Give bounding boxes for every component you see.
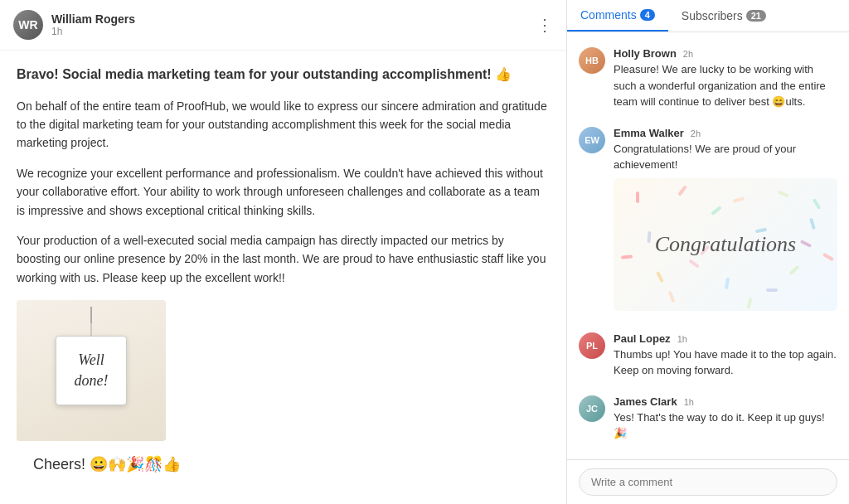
post-content: Bravo! Social media marketing team for y… bbox=[0, 51, 566, 503]
post-header-left: WR William Rogers 1h bbox=[13, 10, 135, 40]
comment-body: Paul Lopez1hThumbs up! You have made it … bbox=[614, 332, 837, 379]
right-panel: Comments 4 Subscribers 21 HBHolly Brown2… bbox=[567, 0, 849, 504]
comment-avatar: HB bbox=[579, 47, 605, 74]
comment-text: Yes! That's the way to do it. Keep it up… bbox=[614, 410, 837, 442]
comment-item: EWEmma Walker2hCongratulations! We are p… bbox=[567, 119, 849, 324]
comment-body: Emma Walker2hCongratulations! We are pro… bbox=[614, 127, 837, 316]
comment-item: HBHolly Brown2hPleasure! We are lucky to… bbox=[567, 39, 849, 119]
author-info: William Rogers 1h bbox=[51, 12, 135, 37]
comment-time: 1h bbox=[684, 397, 694, 407]
comment-avatar: JC bbox=[579, 395, 605, 422]
tabs-header: Comments 4 Subscribers 21 bbox=[567, 0, 849, 32]
comment-text: Thumbs up! You have made it to the top a… bbox=[614, 346, 837, 379]
post-image: Welldone! bbox=[17, 300, 550, 441]
post-header: WR William Rogers 1h ⋮ bbox=[0, 0, 566, 51]
comment-body: James Clark1hYes! That's the way to do i… bbox=[614, 395, 837, 442]
comment-author: Holly Brown bbox=[614, 47, 677, 60]
well-done-image: Welldone! bbox=[17, 300, 166, 441]
congratulations-image: Congratulations bbox=[614, 178, 837, 311]
comment-item: PLPaul Lopez1hThumbs up! You have made i… bbox=[567, 324, 849, 387]
comment-item: JCJames Clark1hYes! That's the way to do… bbox=[567, 387, 849, 450]
comment-author: Emma Walker bbox=[614, 127, 684, 139]
comment-body: Holly Brown2hPleasure! We are lucky to b… bbox=[614, 47, 837, 110]
comment-input[interactable] bbox=[579, 468, 837, 496]
comment-author: James Clark bbox=[614, 395, 677, 408]
comment-text: Congratulations! We are proud of your ac… bbox=[614, 141, 837, 173]
post-body: On behalf of the entire team of ProofHub… bbox=[17, 97, 550, 288]
more-options-button[interactable]: ⋮ bbox=[536, 15, 553, 35]
post-panel: WR William Rogers 1h ⋮ Bravo! Social med… bbox=[0, 0, 567, 504]
comment-time: 1h bbox=[677, 334, 687, 344]
post-time: 1h bbox=[51, 26, 135, 37]
comments-tab-label: Comments bbox=[580, 8, 637, 22]
comment-author: Paul Lopez bbox=[614, 332, 671, 345]
author-avatar: WR bbox=[13, 10, 43, 40]
tab-subscribers[interactable]: Subscribers 21 bbox=[668, 0, 779, 32]
tab-comments[interactable]: Comments 4 bbox=[567, 0, 668, 32]
comment-avatar: PL bbox=[579, 332, 605, 359]
post-paragraph-2: We recognize your excellent performance … bbox=[17, 164, 550, 220]
comment-text: Pleasure! We are lucky to be working wit… bbox=[614, 61, 837, 110]
well-done-sign: Welldone! bbox=[56, 336, 128, 405]
post-footer: Cheers! 😀🙌🎉🎊👍 bbox=[17, 453, 550, 490]
comment-input-area bbox=[567, 459, 849, 504]
comment-time: 2h bbox=[691, 128, 701, 138]
comments-list: HBHolly Brown2hPleasure! We are lucky to… bbox=[567, 32, 849, 459]
subscribers-badge: 21 bbox=[746, 10, 766, 22]
subscribers-tab-label: Subscribers bbox=[682, 9, 743, 22]
author-name: William Rogers bbox=[51, 12, 135, 26]
post-paragraph-3: Your production of a well-executed socia… bbox=[17, 231, 550, 287]
comment-avatar: EW bbox=[579, 127, 605, 153]
post-paragraph-1: On behalf of the entire team of ProofHub… bbox=[17, 97, 550, 153]
comments-badge: 4 bbox=[640, 9, 655, 21]
comment-time: 2h bbox=[683, 49, 693, 59]
post-title: Bravo! Social media marketing team for y… bbox=[17, 64, 550, 85]
